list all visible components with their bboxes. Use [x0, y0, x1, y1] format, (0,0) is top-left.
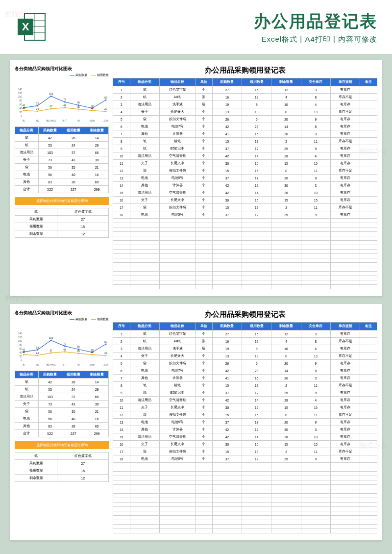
svg-text:73: 73 — [63, 98, 66, 101]
summary-header: 采购数量 — [38, 371, 62, 378]
main-header: 单位 — [196, 78, 213, 86]
table-row: 7其他计算器个4115263有库存 — [113, 375, 377, 382]
svg-text:电池: 电池 — [90, 119, 95, 122]
table-row: 11夹子长尾夹中个30151515有库存 — [113, 160, 377, 167]
table-row: 18电池电池5号个3712259有库存 — [113, 211, 377, 219]
main-header: 备注 — [360, 323, 377, 330]
table-row — [113, 227, 377, 232]
line-chart: 020406080100120140笔纸清洁用品夹子袋电池其他425310373… — [15, 324, 109, 368]
svg-point-89 — [91, 354, 93, 355]
table-row: 纸532429 — [15, 386, 109, 393]
lookup-title: 选择物品分类和物品名称进行查询 — [15, 197, 109, 205]
svg-text:35: 35 — [77, 105, 80, 108]
table-row: 采购数量27 — [15, 216, 109, 223]
svg-text:纸: 纸 — [36, 363, 39, 366]
svg-text:80: 80 — [20, 99, 23, 102]
table-row: 4夹子长尾夹大个1313013库存不足 — [113, 353, 377, 360]
svg-text:23: 23 — [104, 352, 107, 354]
table-row: 2纸A4纸张161248库存不足 — [113, 94, 377, 101]
svg-point-87 — [78, 353, 79, 354]
table-row: 9纸B5笔记本个3712259有库存 — [113, 145, 377, 152]
summary-header: 物品分类 — [15, 371, 39, 378]
table-row: 12袋按扣文件袋个1515011库存不足 — [113, 167, 377, 175]
table-row — [113, 529, 377, 533]
table-row — [113, 516, 377, 520]
table-row: 13电池电池5号个3717209有库存 — [113, 419, 377, 426]
table-row: 3清洁用品洗手液瓶199104有库存 — [113, 101, 377, 108]
header: X 办公用品登记表 Excel格式 | A4打印 | 内容可修改 — [0, 0, 392, 54]
table-row: 18电池电池5号个3712259有库存 — [113, 455, 377, 463]
svg-point-69 — [50, 340, 52, 341]
table-row: 夹子734330 — [15, 401, 109, 408]
table-row: 2纸A4纸张161248库存不足 — [113, 338, 377, 345]
svg-point-67 — [37, 349, 38, 351]
table-row: 笔422814 — [15, 378, 109, 386]
svg-point-36 — [23, 110, 24, 111]
svg-text:20: 20 — [20, 111, 23, 114]
main-header: 库存提醒 — [330, 323, 360, 330]
table-row: 15清洁用品空气清香剂个42142810有库存 — [113, 433, 377, 441]
svg-text:120: 120 — [18, 92, 23, 95]
main-header: 安全库存 — [301, 323, 330, 330]
summary-header: 采购数量 — [38, 127, 62, 134]
svg-text:23: 23 — [104, 107, 107, 110]
table-row — [113, 525, 377, 529]
table-row: 4夹子长尾夹大个1313013库存不足 — [113, 108, 377, 116]
svg-text:28: 28 — [22, 351, 25, 353]
svg-point-71 — [64, 345, 66, 347]
main-table: 序号物品分类物品名称单位采购数量领用数量剩余数量安全库存库存提醒备注 1笔红色签… — [113, 78, 377, 289]
lookup-table: 笔红色签字笔采购数量27领用数量15剩余数量12 — [15, 452, 109, 482]
svg-text:140: 140 — [18, 332, 23, 335]
table-row: 17袋按扣文件袋个1513211库存不足 — [113, 204, 377, 211]
svg-text:43: 43 — [63, 104, 66, 107]
svg-text:120: 120 — [18, 336, 23, 339]
svg-text:37: 37 — [49, 349, 52, 352]
table-row: 袋563521 — [15, 164, 109, 171]
svg-text:43: 43 — [63, 348, 66, 351]
svg-text:0: 0 — [21, 114, 22, 117]
table-row: 领用数量15 — [15, 467, 109, 475]
main-header: 库存提醒 — [330, 78, 360, 86]
table-row — [113, 498, 377, 503]
main-table: 序号物品分类物品名称单位采购数量领用数量剩余数量安全库存库存提醒备注 1笔红色签… — [113, 322, 377, 533]
page-subtitle: Excel格式 | A4打印 | 内容可修改 — [56, 35, 377, 44]
svg-text:袋: 袋 — [77, 363, 80, 366]
table-row: 1笔红色签字笔个2715123有库存 — [113, 330, 377, 338]
table-row: 合计522227299 — [15, 186, 109, 193]
summary-header: 剩余数量 — [85, 371, 109, 378]
svg-point-48 — [105, 111, 106, 112]
table-row — [113, 489, 377, 494]
svg-text:83: 83 — [104, 340, 107, 343]
table-row — [113, 511, 377, 516]
table-row: 7其他计算器个4115263有库存 — [113, 130, 377, 138]
svg-point-24 — [37, 105, 38, 106]
svg-text:73: 73 — [63, 342, 66, 345]
svg-text:37: 37 — [49, 105, 52, 108]
svg-point-38 — [37, 110, 38, 112]
svg-text:28: 28 — [91, 106, 94, 109]
table-row — [113, 476, 377, 480]
main-header: 剩余数量 — [271, 323, 301, 330]
svg-text:夹子: 夹子 — [62, 119, 67, 122]
svg-point-26 — [50, 96, 52, 97]
svg-text:35: 35 — [77, 350, 80, 353]
svg-text:83: 83 — [104, 96, 107, 99]
svg-point-34 — [105, 99, 106, 101]
table-row: 1笔红色签字笔个2715123有库存 — [113, 86, 377, 94]
table-row — [113, 280, 377, 285]
table-row — [113, 494, 377, 498]
table-row — [113, 272, 377, 276]
svg-text:清洁用品: 清洁用品 — [46, 363, 56, 366]
svg-text:笔: 笔 — [23, 119, 25, 122]
table-row: 10清洁用品空气清香剂个4214284有库存 — [113, 152, 377, 160]
table-row — [113, 245, 377, 250]
svg-point-83 — [50, 352, 52, 353]
svg-point-79 — [23, 354, 24, 355]
main-header: 物品分类 — [130, 78, 159, 86]
worksheet: 各分类物品采购领用对比图表 采购数量 领用数量 0204060801001201… — [10, 60, 382, 296]
svg-text:纸: 纸 — [36, 119, 39, 122]
main-header: 物品名称 — [159, 78, 195, 86]
table-row — [113, 241, 377, 245]
table-row — [113, 285, 377, 289]
table-row — [113, 485, 377, 489]
